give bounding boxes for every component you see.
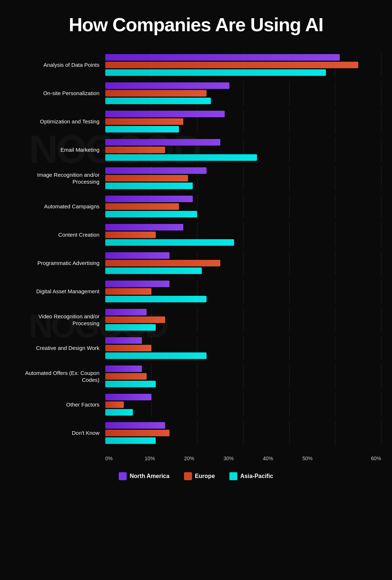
- bar-na: [105, 365, 142, 372]
- bar-ap: [105, 267, 202, 274]
- bar-eu: [105, 430, 170, 436]
- x-axis-tick: 50%: [302, 456, 342, 461]
- bar-eu: [105, 260, 220, 266]
- category-block: On-site Personalization: [11, 82, 381, 105]
- bar-ap: [105, 437, 156, 444]
- category-block: Digital Asset Management: [11, 280, 381, 303]
- bar-eu: [105, 118, 183, 125]
- category-label: Automated Campaigns: [11, 203, 105, 210]
- bar-eu: [105, 147, 165, 153]
- category-block: Analysis of Data Points: [11, 53, 381, 77]
- category-label: Digital Asset Management: [11, 288, 105, 295]
- bar-eu: [105, 232, 156, 238]
- bars-outer: [105, 53, 381, 77]
- legend-na-label: North America: [130, 473, 170, 479]
- bar-na: [105, 111, 225, 117]
- chart-body: NOGOOD NOGOOD Analysis of Data PointsOn-…: [11, 53, 381, 461]
- category-block: Video Recognition and/or Processing: [11, 308, 381, 331]
- category-label: Image Recognition and/or Processing: [11, 171, 105, 185]
- x-axis-tick: 30%: [224, 456, 263, 461]
- bar-na: [105, 252, 170, 259]
- bar-eu: [105, 401, 124, 408]
- category-block: Programmatic Advertising: [11, 252, 381, 275]
- x-axis-tick: 10%: [145, 456, 184, 461]
- legend: North America Europe Asia-Pacific: [119, 472, 273, 480]
- bars-outer: [105, 252, 381, 275]
- chart-area: Analysis of Data PointsOn-site Personali…: [11, 53, 381, 450]
- bar-na: [105, 167, 207, 174]
- grid-line: [381, 252, 381, 275]
- bars-outer: [105, 393, 381, 416]
- grid-line: [381, 223, 381, 246]
- category-label: Video Recognition and/or Processing: [11, 313, 105, 327]
- grid-line: [381, 53, 381, 77]
- category-block: Optimization and Testing: [11, 110, 381, 133]
- category-block: Don't Know: [11, 421, 381, 445]
- bar-ap: [105, 183, 193, 189]
- bar-eu: [105, 316, 165, 323]
- chart-title: How Companies Are Using AI: [69, 15, 323, 35]
- bar-na: [105, 281, 170, 287]
- bar-eu: [105, 62, 358, 68]
- bar-ap: [105, 98, 211, 104]
- bar-ap: [105, 381, 156, 387]
- grid-line: [381, 336, 381, 360]
- category-label: Creative and Design Work: [11, 344, 105, 352]
- bars-outer: [105, 308, 381, 331]
- legend-eu: Europe: [184, 472, 215, 480]
- category-block: Automated Campaigns: [11, 195, 381, 218]
- bar-eu: [105, 288, 151, 295]
- category-label: Optimization and Testing: [11, 118, 105, 125]
- bar-ap: [105, 296, 207, 302]
- bar-na: [105, 337, 142, 344]
- bar-na: [105, 82, 229, 89]
- legend-box-eu: [184, 472, 192, 480]
- category-block: Email Marketing: [11, 138, 381, 162]
- category-block: Other Factors: [11, 393, 381, 416]
- bar-eu: [105, 345, 151, 351]
- category-block: Automated Offers (Ex: Coupon Codes): [11, 365, 381, 388]
- category-label: Other Factors: [11, 401, 105, 408]
- bar-ap: [105, 154, 257, 161]
- bars-outer: [105, 421, 381, 445]
- x-axis-tick: 60%: [342, 456, 381, 461]
- bar-ap: [105, 69, 326, 76]
- bars-outer: [105, 365, 381, 388]
- bar-na: [105, 224, 183, 230]
- x-axis-tick: 20%: [184, 456, 224, 461]
- bars-outer: [105, 336, 381, 360]
- bars-outer: [105, 167, 381, 190]
- legend-eu-label: Europe: [195, 473, 215, 479]
- bars-outer: [105, 280, 381, 303]
- legend-ap-label: Asia-Pacific: [240, 473, 273, 479]
- bar-ap: [105, 352, 207, 359]
- bar-ap: [105, 126, 179, 132]
- bar-ap: [105, 239, 234, 246]
- bar-eu: [105, 175, 188, 181]
- bar-na: [105, 422, 165, 429]
- bar-eu: [105, 373, 147, 380]
- category-label: Automated Offers (Ex: Coupon Codes): [11, 369, 105, 384]
- bar-na: [105, 394, 151, 400]
- bars-outer: [105, 223, 381, 246]
- bar-eu: [105, 203, 179, 210]
- bar-na: [105, 54, 340, 61]
- category-block: Creative and Design Work: [11, 336, 381, 360]
- x-axis-tick: 40%: [263, 456, 302, 461]
- grid-line: [381, 195, 381, 218]
- category-block: Image Recognition and/or Processing: [11, 167, 381, 190]
- legend-na: North America: [119, 472, 170, 480]
- category-label: Don't Know: [11, 429, 105, 437]
- grid-line: [381, 280, 381, 303]
- bar-na: [105, 139, 220, 146]
- category-label: On-site Personalization: [11, 90, 105, 97]
- bars-outer: [105, 110, 381, 133]
- legend-ap: Asia-Pacific: [229, 472, 273, 480]
- category-label: Programmatic Advertising: [11, 260, 105, 267]
- x-axis: 0%10%20%30%40%50%60%: [11, 456, 381, 461]
- bar-ap: [105, 211, 197, 217]
- bars-outer: [105, 195, 381, 218]
- legend-box-na: [119, 472, 127, 480]
- legend-box-ap: [229, 472, 237, 480]
- x-axis-tick: 0%: [105, 456, 145, 461]
